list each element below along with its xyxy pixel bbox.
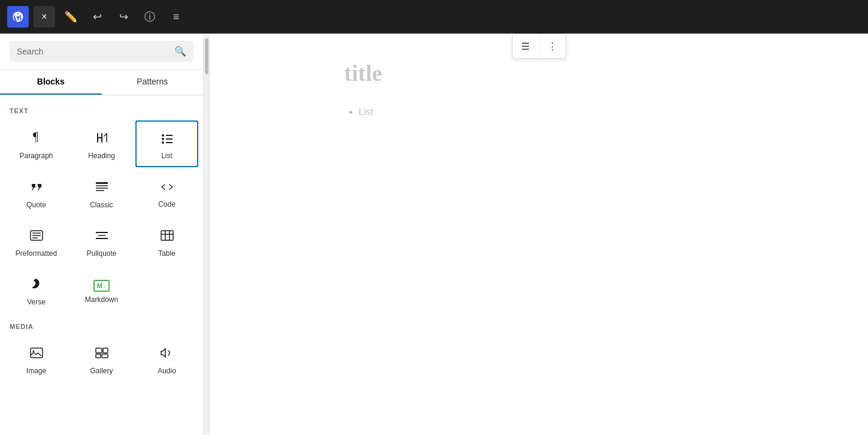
svg-rect-25	[103, 348, 108, 353]
sidebar-scrollbar-thumb	[205, 38, 208, 74]
svg-point-3	[162, 138, 164, 140]
pullquote-icon	[95, 228, 109, 246]
list-item[interactable]: List	[359, 104, 734, 120]
svg-point-5	[162, 141, 164, 144]
block-item-preformatted[interactable]: Preformatted	[5, 219, 68, 265]
block-label-paragraph: Paragraph	[19, 152, 53, 160]
media-blocks-grid: Image Gallery Audio	[0, 334, 203, 385]
quote-icon	[29, 179, 44, 197]
paragraph-icon: ¶	[29, 130, 44, 148]
svg-rect-26	[96, 354, 101, 358]
menu-icon[interactable]: ≡	[165, 6, 187, 28]
block-item-classic[interactable]: Classic	[70, 170, 133, 216]
block-label-verse: Verse	[27, 298, 46, 306]
markdown-icon: M↓	[93, 280, 110, 292]
list-icon	[160, 131, 174, 148]
svg-rect-18	[161, 231, 173, 240]
block-label-table: Table	[158, 249, 176, 258]
verse-icon	[29, 277, 44, 294]
audio-icon	[160, 346, 174, 363]
svg-point-23	[32, 351, 34, 352]
block-item-verse[interactable]: Verse	[5, 267, 68, 313]
block-item-paragraph[interactable]: ¶ Paragraph	[5, 120, 68, 167]
toolbar-align-btn[interactable]: ☰	[513, 34, 539, 58]
block-item-audio[interactable]: Audio	[135, 336, 198, 382]
block-label-code: Code	[158, 200, 176, 209]
tab-patterns[interactable]: Patterns	[102, 70, 204, 95]
block-item-gallery[interactable]: Gallery	[70, 336, 133, 382]
blocks-panel: TEXT ¶ Paragraph Heading List	[0, 95, 203, 435]
svg-rect-24	[96, 348, 102, 353]
block-label-classic: Classic	[90, 201, 113, 209]
block-item-markdown[interactable]: M↓ Markdown	[70, 267, 133, 313]
wp-logo-icon	[12, 11, 24, 23]
heading-icon	[95, 131, 109, 148]
section-label-text: TEXT	[0, 100, 203, 118]
sidebar: 🔍 Blocks Patterns TEXT ¶ Paragraph	[0, 34, 204, 435]
image-icon	[29, 346, 44, 363]
redo-icon[interactable]: ↪	[113, 6, 134, 28]
search-input-wrap: 🔍	[10, 41, 193, 62]
block-label-list: List	[161, 152, 173, 160]
block-item-code[interactable]: Code	[135, 170, 198, 216]
editor-content: ☰ ⋮ title List	[344, 58, 734, 124]
main-layout: 🔍 Blocks Patterns TEXT ¶ Paragraph	[0, 34, 868, 435]
gallery-icon	[95, 346, 109, 363]
code-icon	[160, 180, 174, 197]
close-button[interactable]: ×	[34, 6, 55, 28]
toolbar-more-btn[interactable]: ⋮	[539, 34, 565, 58]
classic-icon	[95, 180, 109, 197]
tab-blocks[interactable]: Blocks	[0, 70, 102, 95]
block-item-pullquote[interactable]: Pullquote	[70, 219, 133, 265]
svg-rect-27	[102, 354, 108, 358]
block-label-markdown: Markdown	[85, 295, 118, 304]
block-item-quote[interactable]: Quote	[5, 170, 68, 216]
text-blocks-grid: ¶ Paragraph Heading List	[0, 118, 203, 316]
heading-block[interactable]: ☰ ⋮ title	[344, 58, 734, 90]
block-item-list[interactable]: List	[135, 120, 198, 167]
svg-point-1	[162, 134, 164, 137]
block-label-pullquote: Pullquote	[86, 249, 116, 258]
info-icon[interactable]: ⓘ	[139, 6, 161, 28]
svg-rect-7	[96, 182, 108, 184]
table-icon	[160, 228, 174, 246]
wp-logo-button[interactable]	[7, 6, 29, 28]
block-item-table[interactable]: Table	[135, 219, 198, 265]
block-label-audio: Audio	[158, 367, 176, 375]
edit-icon[interactable]: ✏️	[60, 6, 81, 28]
list-block[interactable]: List	[344, 99, 734, 125]
preformatted-icon	[29, 228, 44, 246]
sidebar-scrollbar[interactable]	[204, 34, 210, 435]
block-label-preformatted: Preformatted	[16, 249, 57, 258]
block-toolbar: ☰ ⋮	[512, 34, 566, 59]
svg-text:¶: ¶	[33, 130, 38, 143]
top-toolbar: × ✏️ ↩ ↪ ⓘ ≡	[0, 0, 868, 34]
editor-area: ☰ ⋮ title List	[210, 34, 868, 435]
tabs: Blocks Patterns	[0, 70, 203, 95]
undo-icon[interactable]: ↩	[86, 6, 108, 28]
block-label-heading: Heading	[88, 152, 115, 160]
block-label-gallery: Gallery	[90, 367, 113, 375]
block-item-heading[interactable]: Heading	[70, 120, 133, 167]
block-label-image: Image	[26, 367, 46, 375]
search-bar: 🔍	[0, 34, 203, 70]
search-input[interactable]	[17, 47, 170, 56]
block-label-quote: Quote	[26, 201, 46, 209]
block-item-image[interactable]: Image	[5, 336, 68, 382]
section-label-media: MEDIA	[0, 316, 203, 334]
heading-placeholder[interactable]: title	[344, 58, 734, 90]
search-icon-button[interactable]: 🔍	[174, 46, 186, 57]
